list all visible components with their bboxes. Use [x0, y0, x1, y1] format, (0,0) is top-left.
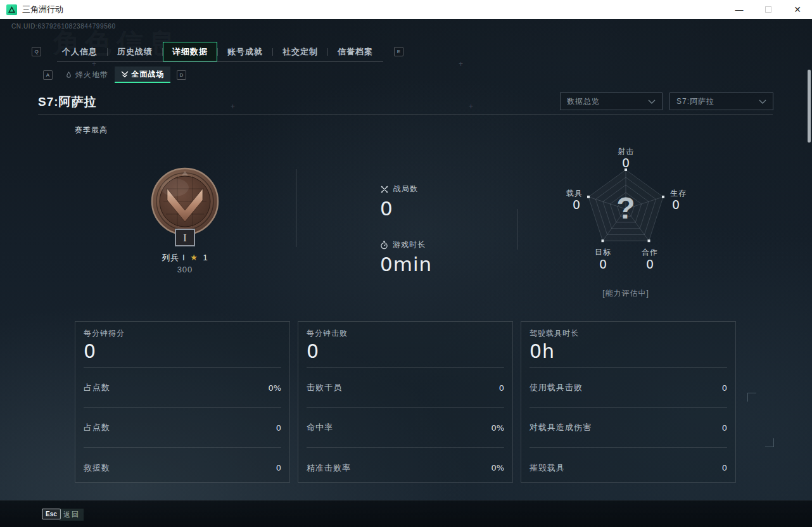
- battles-label: 战局数: [393, 184, 418, 194]
- card-header-label: 驾驶载具时长: [530, 328, 727, 339]
- rank-name-line: 列兵 I ★ 1: [128, 252, 242, 264]
- crosshair-mark: +: [469, 102, 473, 111]
- prev-mode-key-badge[interactable]: A: [43, 70, 53, 80]
- radar-axis-cooperation: 合作: [642, 247, 658, 258]
- stat-row: 摧毁载具 0: [530, 448, 727, 488]
- card-header-label: 每分钟得分: [84, 328, 281, 339]
- corner-bracket: [765, 438, 774, 447]
- tab-account-achievements[interactable]: 账号成就: [218, 42, 272, 61]
- stat-row: 精准击败率 0%: [307, 448, 504, 488]
- stat-row: 救援数 0: [84, 448, 281, 488]
- stopwatch-icon: [380, 241, 388, 250]
- stat-row: 对载具造成伤害 0: [530, 408, 727, 448]
- season-select-dropdown[interactable]: S7:阿萨拉: [669, 92, 773, 110]
- warfare-icon: [121, 71, 129, 78]
- svg-text:I: I: [183, 232, 186, 243]
- playtime-label: 游戏时长: [393, 239, 426, 250]
- season-title: S7:阿萨拉: [38, 94, 97, 110]
- score-stats-card: 每分钟得分 0 占点数 0% 占点数 0 救援数 0: [75, 321, 290, 483]
- primary-tabbar: Q 个人信息 历史战绩 详细数据 账号成就 社交定制 信誉档案 E: [32, 42, 403, 61]
- rank-name: 列兵 I: [162, 253, 185, 262]
- stat-row: 命中率 0%: [307, 408, 504, 448]
- battles-stat: 战局数 0: [380, 184, 418, 220]
- maximize-button[interactable]: [754, 0, 783, 19]
- season-best-label: 赛季最高: [75, 125, 108, 136]
- hazard-zone-icon: [65, 72, 72, 79]
- window-title-bar: 三角洲行动 — ✕: [0, 0, 812, 19]
- mode-tabbar: A 烽火地带 全面战场 D: [37, 67, 193, 83]
- mode-tab-warfare[interactable]: 全面战场: [115, 67, 170, 83]
- maximize-icon: [765, 6, 771, 13]
- tabbar-underline: [57, 61, 383, 62]
- tab-history-record[interactable]: 历史战绩: [108, 42, 162, 61]
- rank-medal: I: [147, 166, 223, 252]
- chevron-down-icon: [759, 99, 766, 104]
- game-content: CN.UID:63792610823844799560 角色信息 + + + +…: [0, 19, 812, 527]
- mode-tab-hazard-zone[interactable]: 烽火地带: [59, 67, 115, 83]
- radar-status-text: [能力评估中]: [550, 288, 702, 299]
- stat-row: 占点数 0%: [84, 368, 281, 408]
- vertical-divider: [517, 209, 517, 250]
- radar-value-objective: 0: [599, 257, 607, 271]
- close-icon: ✕: [794, 4, 801, 15]
- radar-value-cooperation: 0: [646, 257, 654, 271]
- window-title: 三角洲行动: [22, 4, 63, 15]
- ability-radar-chart: ? 射击 0 生存 0 合作 0 目标 0 载具 0: [550, 143, 702, 301]
- tab-reputation-file[interactable]: 信誉档案: [328, 42, 383, 61]
- card-header-label: 每分钟击败: [307, 328, 504, 339]
- card-header-value: 0h: [530, 340, 727, 362]
- back-button[interactable]: 返回: [60, 509, 84, 521]
- crosshair-mark: +: [459, 60, 463, 68]
- next-mode-key-badge[interactable]: D: [177, 70, 186, 80]
- close-button[interactable]: ✕: [783, 0, 812, 19]
- tab-social-customization[interactable]: 社交定制: [273, 42, 327, 61]
- minimize-icon: —: [735, 5, 744, 15]
- scrollbar[interactable]: [808, 70, 811, 143]
- data-overview-dropdown[interactable]: 数据总览: [560, 92, 663, 110]
- stat-row: 使用载具击败 0: [530, 368, 727, 408]
- prev-tab-key-badge[interactable]: Q: [32, 47, 41, 56]
- rank-star-count: 1: [203, 253, 208, 262]
- stat-row: 占点数 0: [84, 408, 281, 448]
- stat-row: 击败干员 0: [307, 368, 504, 408]
- card-header-value: 0: [84, 340, 281, 362]
- crosshair-mark: +: [231, 102, 235, 111]
- footer-bar: Esc 返回: [0, 500, 812, 527]
- vertical-divider: [296, 169, 296, 247]
- vehicle-stats-card: 驾驶载具时长 0h 使用载具击败 0 对载具造成伤害 0 摧毁载具 0: [521, 321, 736, 483]
- section-divider: [38, 114, 773, 115]
- radar-value-shooting: 0: [550, 156, 702, 170]
- rank-points: 300: [128, 265, 242, 274]
- radar-axis-objective: 目标: [595, 247, 611, 258]
- playtime-stat: 游戏时长 0min: [380, 239, 432, 276]
- tab-personal-info[interactable]: 个人信息: [53, 42, 107, 61]
- app-logo-icon: [6, 4, 17, 15]
- corner-bracket: [747, 393, 756, 402]
- esc-key-badge[interactable]: Esc: [42, 509, 61, 519]
- battles-value: 0: [380, 197, 418, 220]
- playtime-value: 0min: [380, 253, 432, 276]
- rank-star-icon: ★: [190, 253, 198, 262]
- crossed-swords-icon: [380, 185, 389, 194]
- chevron-down-icon: [648, 99, 656, 104]
- next-tab-key-badge[interactable]: E: [394, 47, 403, 56]
- minimize-button[interactable]: —: [725, 0, 754, 19]
- combat-stats-card: 每分钟击败 0 击败干员 0 命中率 0% 精准击败率 0%: [298, 321, 513, 483]
- radar-value-vehicle: 0: [573, 198, 580, 212]
- card-header-value: 0: [307, 340, 504, 362]
- tab-detailed-stats[interactable]: 详细数据: [163, 42, 217, 61]
- radar-value-survival: 0: [672, 198, 680, 212]
- app-window: 三角洲行动 — ✕ CN.UID:63792610823844799560 角色…: [0, 0, 812, 527]
